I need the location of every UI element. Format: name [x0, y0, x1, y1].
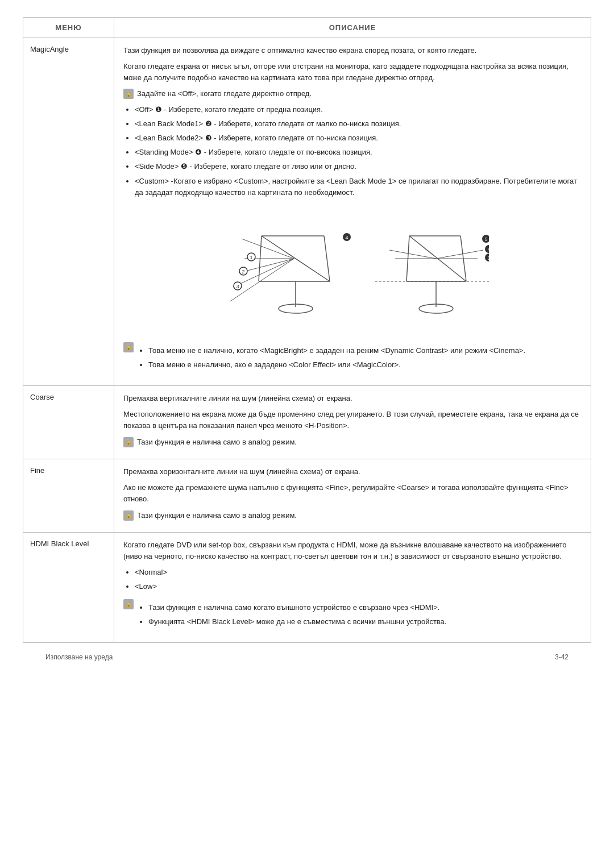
note-icon-fine: 🔒 [123, 510, 134, 521]
svg-text:5: 5 [484, 236, 487, 242]
menu-cell-coarse: Coarse [23, 386, 114, 459]
table-row: MagicAngle Тази функция ви позволява да … [23, 38, 591, 386]
desc-para-1: Когато гледате DVD или set-top box, свър… [123, 539, 582, 562]
desc-para-1: Премахва хоризонталните линии на шум (ли… [123, 466, 582, 477]
menu-column-header: МЕНЮ [23, 18, 114, 38]
note-items: Това меню не е налично, когато <MagicBri… [137, 342, 525, 374]
list-item: <Lean Back Mode1> ❷ - Изберете, когато г… [135, 118, 582, 130]
magic-angle-diagram: 4 1 2 3 [123, 207, 582, 333]
svg-line-28 [436, 250, 483, 259]
desc-cell-hdmi: Когато гледате DVD или set-top box, свър… [114, 533, 591, 642]
note-box-fine: 🔒 Тази функция е налична само в analog р… [123, 510, 582, 521]
list-item: <Custom> -Когато е избрано <Custom>, нас… [135, 176, 582, 198]
note-box-1: 🔒 Задайте на <Off>, когато гледате дирек… [123, 88, 582, 99]
menu-cell-hdmi: HDMI Black Level [23, 533, 114, 642]
note-box-hdmi: 🔒 Тази функция е налична само когато вън… [123, 599, 582, 631]
note-box-2: 🔒 Това меню не е налично, когато <MagicB… [123, 342, 582, 374]
desc-para-1: Премахва вертикалните линии на шум (лине… [123, 393, 582, 404]
list-item: Тази функция е налична само когато външн… [148, 602, 446, 613]
desc-cell-coarse: Премахва вертикалните линии на шум (лине… [114, 386, 591, 459]
table-header: МЕНЮ ОПИСАНИЕ [23, 18, 591, 38]
svg-line-4 [324, 236, 330, 281]
list-item: <Off> ❶ - Изберете, когато гледате от пр… [135, 104, 582, 115]
monitor-left: 4 1 2 3 [230, 233, 351, 313]
svg-text:4: 4 [345, 235, 348, 240]
footer-right: 3-42 [555, 653, 569, 661]
list-item: Това меню е неналично, ако е зададено <C… [148, 359, 525, 371]
list-item: Това меню не е налично, когато <MagicBri… [148, 345, 525, 356]
note-list-hdmi: Тази функция е налична само когато външн… [148, 602, 446, 628]
desc-para-2: Когато гледате екрана от нисък ъгъл, отг… [123, 61, 582, 84]
list-item: Функцията <HDMI Black Level> може да не … [148, 616, 446, 628]
table-row: Fine Премахва хоризонталните линии на шу… [23, 459, 591, 533]
note-icon-2: 🔒 [123, 342, 134, 352]
list-item: <Standing Mode> ❹ - Изберете, когато гле… [135, 147, 582, 158]
page-footer: Използване на уреда 3-42 [23, 643, 591, 661]
menu-cell-fine: Fine [23, 459, 114, 532]
diagram-svg: 4 1 2 3 [216, 207, 489, 333]
note-items-hdmi: Тази функция е налична само когато външн… [137, 599, 446, 631]
svg-text:1: 1 [487, 255, 489, 261]
list-item: <Side Mode> ❺ - Изберете, когато гледате… [135, 161, 582, 172]
note-icon-1: 🔒 [123, 89, 134, 99]
list-item: <Normal> [135, 567, 582, 578]
main-table: МЕНЮ ОПИСАНИЕ MagicAngle Тази функция ви… [23, 17, 591, 643]
table-row: Coarse Премахва вертикалните линии на шу… [23, 386, 591, 459]
desc-para-2: Местоположението на екрана може да бъде … [123, 409, 582, 431]
bullets-list-magicangle: <Off> ❶ - Изберете, когато гледате от пр… [135, 104, 582, 198]
svg-text:5: 5 [487, 247, 489, 252]
notes-block-magicangle: 🔒 Това меню не е налично, когато <MagicB… [123, 342, 582, 374]
desc-para-1: Тази функция ви позволява да виждате с о… [123, 45, 582, 56]
note-list: Това меню не е налично, когато <MagicBri… [148, 345, 525, 371]
svg-line-10 [230, 259, 294, 301]
desc-cell-magicangle: Тази функция ви позволява да виждате с о… [114, 38, 591, 385]
note-text-coarse: Тази функция е налична само в analog реж… [137, 437, 297, 448]
desc-para-2: Ако не можете да премахнете шума напълно… [123, 482, 582, 505]
list-item: <Lean Back Mode2> ❸ - Изберете, когато г… [135, 132, 582, 144]
desc-column-header: ОПИСАНИЕ [114, 18, 591, 38]
monitor-right: 5 1 5 [375, 235, 489, 313]
note-icon-coarse: 🔒 [123, 437, 134, 447]
svg-text:2: 2 [242, 269, 244, 275]
bullets-list-hdmi: <Normal> <Low> [135, 567, 582, 592]
footer-left: Използване на уреда [45, 653, 113, 661]
desc-cell-fine: Премахва хоризонталните линии на шум (ли… [114, 459, 591, 532]
note-box-coarse: 🔒 Тази функция е налична само в analog р… [123, 437, 582, 448]
table-row: HDMI Black Level Когато гледате DVD или … [23, 533, 591, 642]
svg-text:3: 3 [236, 284, 239, 289]
note-icon-hdmi: 🔒 [123, 599, 134, 609]
menu-cell-magicangle: MagicAngle [23, 38, 114, 385]
note-text-fine: Тази функция е налична само в analog реж… [137, 510, 297, 521]
list-item: <Low> [135, 581, 582, 592]
note-text-1: Задайте на <Off>, когато гледате директн… [137, 88, 312, 99]
svg-text:1: 1 [250, 255, 252, 260]
